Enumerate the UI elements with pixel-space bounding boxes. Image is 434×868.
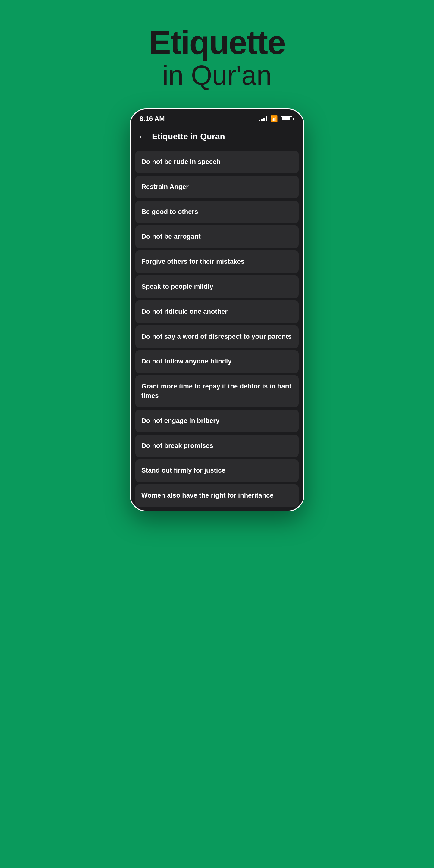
status-icons: 📶: [258, 115, 294, 122]
app-header: ← Etiquette in Quran: [130, 126, 304, 147]
list-item[interactable]: Do not say a word of disrespect to your …: [135, 326, 299, 348]
list-item[interactable]: Do not engage in bribery: [135, 410, 299, 432]
list-item-text: Do not ridicule one another: [141, 308, 227, 315]
wifi-icon: 📶: [270, 115, 278, 122]
list-item-text: Do not engage in bribery: [141, 417, 219, 424]
list-item-text: Do not follow anyone blindly: [141, 358, 231, 365]
page-header: Etiquette in Qur'an: [149, 24, 285, 90]
list-item-text: Stand out firmly for justice: [141, 467, 225, 474]
list-item-text: Be good to others: [141, 208, 198, 216]
signal-bars-icon: [258, 116, 267, 121]
etiquette-list: Do not be rude in speechRestrain AngerBe…: [130, 147, 304, 510]
list-item-text: Do not be rude in speech: [141, 158, 221, 165]
phone-frame: 8:16 AM 📶 ← Etiquette in Quran: [130, 108, 304, 512]
signal-bar-3: [264, 118, 265, 121]
list-item[interactable]: Stand out firmly for justice: [135, 459, 299, 482]
list-item-text: Forgive others for their mistakes: [141, 258, 244, 265]
list-item-text: Restrain Anger: [141, 183, 189, 190]
list-item[interactable]: Restrain Anger: [135, 176, 299, 198]
list-item[interactable]: Speak to people mildly: [135, 276, 299, 298]
battery-icon: [281, 116, 294, 121]
status-bar: 8:16 AM 📶: [130, 110, 304, 126]
list-item[interactable]: Do not follow anyone blindly: [135, 350, 299, 373]
list-item-text: Grant more time to repay if the debtor i…: [141, 382, 292, 399]
signal-bar-1: [258, 120, 260, 121]
signal-bar-2: [261, 119, 262, 121]
list-item[interactable]: Do not ridicule one another: [135, 301, 299, 323]
list-item[interactable]: Do not be arrogant: [135, 225, 299, 248]
list-item[interactable]: Forgive others for their mistakes: [135, 250, 299, 273]
page-title-sub: in Qur'an: [149, 61, 285, 90]
battery-body: [281, 116, 292, 121]
list-item-text: Women also have the right for inheritanc…: [141, 492, 273, 499]
list-item[interactable]: Be good to others: [135, 201, 299, 223]
app-title: Etiquette in Quran: [152, 132, 225, 141]
back-button[interactable]: ←: [138, 132, 146, 141]
signal-bar-4: [266, 116, 267, 121]
battery-tip: [293, 118, 294, 120]
list-item[interactable]: Women also have the right for inheritanc…: [135, 484, 299, 507]
list-item[interactable]: Do not be rude in speech: [135, 151, 299, 173]
list-item-text: Do not be arrogant: [141, 233, 201, 240]
status-time: 8:16 AM: [140, 115, 165, 123]
page-title-main: Etiquette: [149, 24, 285, 61]
list-item[interactable]: Grant more time to repay if the debtor i…: [135, 375, 299, 407]
battery-fill: [282, 117, 290, 120]
list-item-text: Do not say a word of disrespect to your …: [141, 333, 292, 340]
list-item-text: Do not break promises: [141, 442, 213, 450]
list-item[interactable]: Do not break promises: [135, 435, 299, 457]
list-item-text: Speak to people mildly: [141, 283, 213, 290]
